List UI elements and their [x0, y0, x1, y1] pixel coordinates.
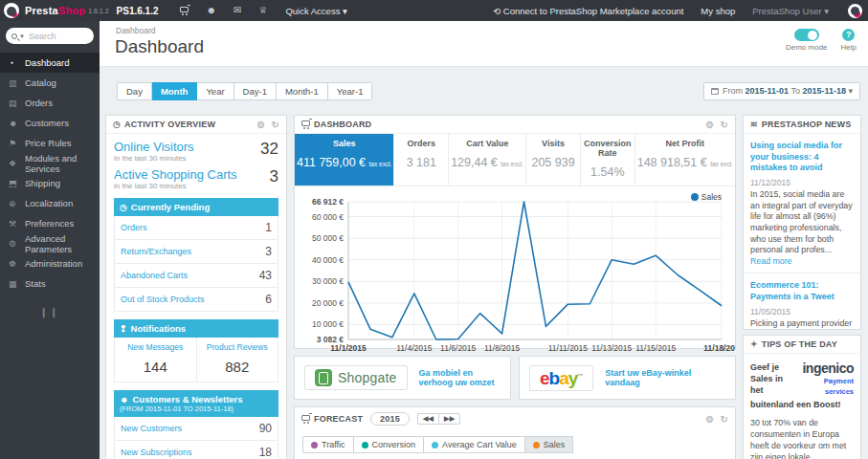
product-reviews-value: 882	[199, 359, 277, 375]
returns-value: 3	[265, 245, 272, 258]
new-messages-link[interactable]: New Messages	[117, 342, 194, 352]
returns-link[interactable]: Return/Exchanges	[121, 247, 191, 256]
envelope-icon[interactable]: ✉	[234, 0, 241, 21]
abandoned-carts-link[interactable]: Abandoned Carts	[121, 271, 188, 280]
filter-month-1-button[interactable]: Month-1	[277, 82, 328, 100]
forecast-tabs: Traffic Conversion Average Cart Value Sa…	[302, 436, 735, 453]
help-icon[interactable]: ?	[842, 29, 855, 41]
clock-icon: ◷	[120, 203, 127, 212]
cart-icon[interactable]	[180, 0, 189, 21]
pending-row-out-of-stock: Out of Stock Products6	[114, 288, 278, 312]
gear-icon[interactable]: ⚙	[705, 414, 714, 425]
product-reviews-cell: Product Reviews 882	[196, 338, 278, 382]
brand-name[interactable]: PrestaShop	[25, 5, 85, 16]
sidebar-collapse-handle[interactable]: ❙❙	[0, 307, 100, 317]
sales-dot-icon	[533, 442, 540, 448]
shopgate-link[interactable]: Ga mobiel en verhoog uw omzet	[419, 368, 501, 387]
marketplace-connect-link[interactable]: ⟲ Connect to PrestaShop Marketplace acco…	[493, 6, 683, 16]
filter-month-button[interactable]: Month	[152, 82, 198, 100]
shop-name[interactable]: PS1.6.1.2	[117, 6, 159, 16]
user-menu[interactable]: PrestaShop User ▾	[752, 6, 829, 16]
sidebar-item-localization[interactable]: ⊕Localization	[0, 193, 100, 213]
active-carts-stat: 3 Active Shopping Carts in the last 30 m…	[114, 167, 278, 190]
tab-traffic[interactable]: Traffic	[302, 436, 354, 453]
next-year-button[interactable]: ▶▶	[438, 413, 460, 425]
news-article-title-link[interactable]: Using social media for your business: 4 …	[750, 141, 854, 174]
customer-icon[interactable]: ☻	[206, 0, 216, 21]
notifications-header: ❢Notifications	[114, 319, 278, 338]
prev-year-button[interactable]: ◀◀	[417, 413, 438, 425]
ebay-tm: ™	[577, 372, 583, 378]
demo-mode-toggle[interactable]	[794, 29, 819, 41]
breadcrumb[interactable]: Dashboard	[116, 26, 156, 35]
search-scope-caret[interactable]: ▼	[19, 33, 25, 39]
filter-year-button[interactable]: Year	[197, 82, 234, 100]
read-more-link[interactable]: Read more	[750, 256, 792, 266]
sidebar-item-stats[interactable]: ▦Stats	[0, 273, 100, 294]
ebay-link[interactable]: Start uw eBay-winkel vandaag	[605, 368, 725, 387]
sidebar-search[interactable]: ▼	[6, 28, 94, 44]
tab-average-cart-value[interactable]: Average Cart Value	[424, 436, 525, 453]
kpi-suffix: tax excl.	[501, 161, 523, 167]
kpi-net-profit[interactable]: Net Profit148 918,51 € tax excl.	[635, 134, 735, 186]
sidebar-item-customers[interactable]: ☻Customers	[0, 113, 100, 133]
sidebar-item-modules[interactable]: ❖Modules and Services	[0, 153, 100, 173]
online-visitors-link[interactable]: Online Visitors	[114, 140, 194, 154]
filter-year-1-button[interactable]: Year-1	[328, 82, 373, 100]
refresh-icon[interactable]: ↻	[271, 120, 279, 130]
tab-sales[interactable]: Sales	[525, 436, 574, 453]
sidebar-item-price-rules[interactable]: ⚑Price Rules	[0, 133, 100, 153]
gear-icon[interactable]: ⚙	[705, 120, 714, 130]
sidebar-item-preferences[interactable]: ⚒Preferences	[0, 213, 100, 233]
stats-icon: ▦	[9, 279, 25, 289]
ebay-logo[interactable]: ebay™	[529, 365, 593, 391]
search-icon	[11, 33, 17, 39]
kpi-visits[interactable]: Visits205 939	[526, 134, 581, 186]
gear-icon[interactable]: ⚙	[256, 120, 265, 130]
tab-conversion[interactable]: Conversion	[354, 436, 425, 453]
refresh-icon[interactable]: ↻	[720, 414, 728, 425]
modules-icon: ❖	[9, 159, 25, 168]
kpi-cart-value[interactable]: Cart Value129,44 € tax excl.	[449, 134, 526, 186]
kpi-sales[interactable]: Sales411 759,00 € tax excl.	[295, 134, 394, 186]
chart-legend[interactable]: Sales	[691, 192, 722, 202]
brand-version: 1.6.1.2	[88, 8, 108, 14]
out-of-stock-link[interactable]: Out of Stock Products	[121, 295, 205, 304]
shopgate-logo[interactable]: Shopgate	[304, 365, 408, 390]
calendar-icon	[711, 88, 719, 95]
new-customers-link[interactable]: New Customers	[121, 424, 182, 433]
chevron-down-icon: ▾	[848, 86, 853, 96]
product-reviews-link[interactable]: Product Reviews	[199, 342, 277, 352]
sidebar-item-orders[interactable]: ▤Orders	[0, 93, 100, 113]
active-carts-link[interactable]: Active Shopping Carts	[114, 167, 237, 182]
kpi-orders[interactable]: Orders3 181	[394, 134, 449, 186]
date-range-picker[interactable]: From 2015-11-01 To 2015-11-18 ▾	[703, 82, 860, 100]
svg-text:11/4/2015: 11/4/2015	[396, 343, 432, 353]
to-date: 2015-11-18	[802, 86, 846, 96]
sidebar-item-advanced-parameters[interactable]: ⚙Advanced Parameters	[0, 233, 100, 253]
svg-text:11/1/2015: 11/1/2015	[330, 343, 367, 353]
kpi-conversion-rate[interactable]: Conversion Rate1.54%	[581, 134, 635, 186]
search-input[interactable]	[29, 32, 86, 41]
user-avatar[interactable]	[848, 4, 862, 18]
news-article-title-link[interactable]: Ecommerce 101: Payments in a Tweet	[750, 280, 854, 302]
prestashop-logo[interactable]	[4, 3, 19, 18]
refresh-icon[interactable]: ↻	[720, 120, 728, 130]
sales-chart-svg: 66 912 €60 000 €50 000 €40 000 €30 000 €…	[295, 188, 735, 362]
legend-label: Sales	[701, 192, 722, 202]
sidebar-item-catalog[interactable]: ▥Catalog	[0, 73, 100, 93]
sidebar-item-shipping[interactable]: ⬒Shipping	[0, 173, 100, 193]
filter-day-button[interactable]: Day	[117, 82, 152, 100]
my-shop-link[interactable]: My shop	[701, 6, 735, 16]
orders-link[interactable]: Orders	[121, 223, 147, 232]
new-subscriptions-link[interactable]: New Subscriptions	[121, 448, 192, 457]
new-messages-cell: New Messages 144	[115, 338, 196, 382]
sidebar-item-administration[interactable]: ☸Administration	[0, 253, 100, 273]
sidebar-item-dashboard[interactable]: ◔Dashboard	[0, 53, 100, 73]
quick-access-menu[interactable]: Quick Access ▾	[285, 6, 346, 16]
trophy-icon[interactable]: ♕	[258, 0, 267, 21]
kpi-label: Orders	[396, 139, 446, 148]
average-cart-value-dot-icon	[432, 442, 438, 448]
ebay-module-card: ebay™ Start uw eBay-winkel vandaag	[519, 356, 736, 400]
filter-day-1-button[interactable]: Day-1	[234, 82, 277, 100]
